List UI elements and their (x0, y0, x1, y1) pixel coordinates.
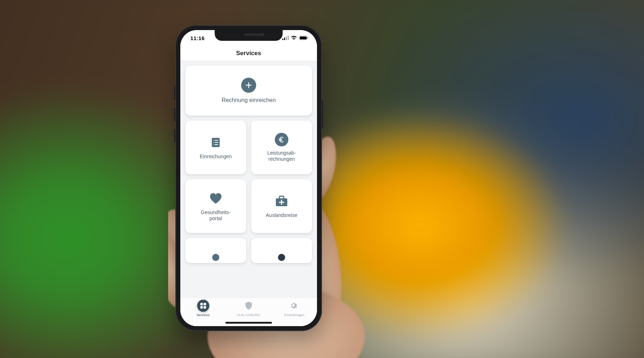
health-portal-label: Gesundheits- portal (201, 209, 230, 222)
medkit-icon (274, 194, 289, 209)
svg-point-13 (214, 140, 214, 141)
card-peek-left[interactable] (185, 238, 246, 263)
status-time: 11:16 (190, 35, 205, 41)
battery-icon (299, 36, 308, 40)
gear-icon (288, 300, 300, 312)
wifi-icon (291, 36, 297, 40)
submissions-label: Einreichungen (200, 154, 232, 160)
tab-bar: Services HUK-COBURG Einstellungen (180, 297, 317, 326)
phone-frame: 11:16 Services Rechnung einreichen (175, 25, 322, 331)
svg-rect-25 (200, 306, 203, 309)
svg-rect-5 (282, 39, 283, 40)
travel-abroad-label: Auslandsreise (266, 212, 297, 219)
euro-icon (275, 133, 288, 146)
tab-settings-label: Einstellungen (284, 313, 304, 317)
tab-services[interactable]: Services (184, 300, 223, 317)
svg-point-17 (214, 144, 214, 145)
tab-services-label: Services (196, 313, 209, 317)
svg-rect-6 (284, 38, 285, 40)
list-icon (208, 135, 223, 150)
heart-icon (208, 191, 223, 206)
svg-rect-23 (200, 303, 203, 305)
device-notch (215, 30, 283, 41)
content-scroll[interactable]: Rechnung einreichen Einreichungen Leistu… (180, 61, 317, 297)
shield-icon (243, 300, 255, 312)
tab-hukcoburg-label: HUK-COBURG (237, 313, 260, 317)
svg-rect-7 (286, 37, 287, 40)
submissions-card[interactable]: Einreichungen (185, 121, 246, 174)
svg-point-21 (212, 254, 219, 261)
svg-rect-11 (308, 37, 308, 39)
tab-hukcoburg[interactable]: HUK-COBURG (229, 300, 268, 317)
submit-invoice-label: Rechnung einreichen (221, 97, 275, 103)
benefit-statements-card[interactable]: Leistungsab- rechnungen (251, 121, 312, 174)
svg-point-15 (214, 142, 214, 143)
travel-abroad-card[interactable]: Auslandsreise (251, 179, 312, 233)
generic-icon (208, 248, 223, 263)
page-title: Services (180, 46, 317, 61)
generic-icon (274, 248, 289, 263)
phone-screen: 11:16 Services Rechnung einreichen (180, 30, 317, 326)
grid-icon (197, 300, 209, 312)
svg-rect-20 (279, 196, 284, 199)
svg-rect-26 (204, 306, 206, 309)
svg-point-22 (278, 254, 285, 261)
card-peek-right[interactable] (251, 238, 312, 263)
plus-icon (241, 78, 256, 93)
background-photo (0, 0, 644, 358)
home-indicator[interactable] (225, 322, 272, 324)
svg-rect-8 (288, 36, 289, 40)
benefit-statements-label: Leistungsab- rechnungen (267, 150, 296, 163)
svg-rect-10 (300, 37, 307, 39)
svg-rect-24 (204, 303, 206, 305)
health-portal-card[interactable]: Gesundheits- portal (185, 179, 246, 233)
submit-invoice-card[interactable]: Rechnung einreichen (185, 66, 312, 116)
cellular-signal-icon (282, 36, 289, 40)
tab-settings[interactable]: Einstellungen (274, 300, 314, 317)
